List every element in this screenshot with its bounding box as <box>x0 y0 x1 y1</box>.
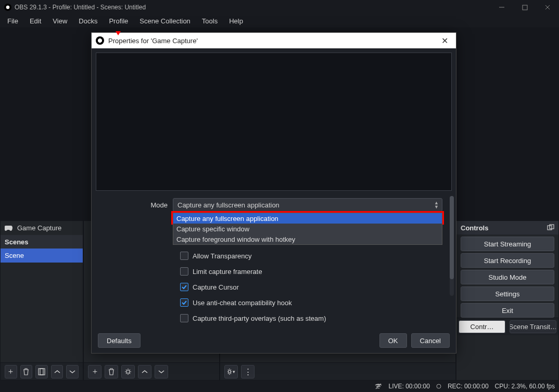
dialog-body: Mode Capture any fullscreen application … <box>92 195 456 328</box>
window-close-button[interactable] <box>536 0 559 15</box>
source-remove-button[interactable] <box>105 365 118 378</box>
mode-label: Mode <box>99 201 173 209</box>
mixer-toolbar: ▾ ⋮ <box>220 362 455 380</box>
source-item-label: Game Capture <box>17 224 61 232</box>
capture-cursor-row[interactable]: Capture Cursor <box>99 279 442 295</box>
controls-panel: Controls Start Streaming Start Recording… <box>456 220 559 381</box>
properties-dialog: Properties for 'Game Capture' ✕ Mode Cap… <box>91 32 456 354</box>
tab-controls[interactable]: Contr… <box>459 320 505 333</box>
scene-filter-button[interactable] <box>35 365 48 378</box>
dialog-titlebar[interactable]: Properties for 'Game Capture' ✕ <box>92 33 456 48</box>
dialog-close-button[interactable]: ✕ <box>437 36 452 46</box>
tab-scene-transitions[interactable]: Scene Transit… <box>510 320 556 333</box>
scenes-panel: Game Capture Scenes Scene ＋ <box>0 220 83 381</box>
anti-cheat-label: Use anti-cheat compatibility hook <box>193 299 292 307</box>
menu-file[interactable]: File <box>2 16 23 27</box>
mixer-settings-button[interactable]: ▾ <box>224 365 238 378</box>
scene-add-button[interactable]: ＋ <box>5 365 17 378</box>
svg-point-7 <box>228 370 231 373</box>
dialog-preview <box>96 53 452 191</box>
window-titlebar: OBS 29.1.3 - Profile: Untitled - Scenes:… <box>0 0 559 15</box>
menu-tools[interactable]: Tools <box>197 16 223 27</box>
source-add-button[interactable]: ＋ <box>88 365 101 378</box>
checkbox-checked-icon <box>180 298 188 307</box>
status-rec-icon <box>436 384 441 389</box>
select-updown-icon: ▲▼ <box>434 201 439 209</box>
annotation-arrow-icon <box>116 29 121 34</box>
status-network-icon <box>375 383 382 389</box>
dialog-title: Properties for 'Game Capture' <box>108 37 198 45</box>
svg-marker-12 <box>116 31 121 35</box>
limit-framerate-label: Limit capture framerate <box>193 268 262 276</box>
window-minimize-button[interactable] <box>490 0 513 15</box>
svg-point-11 <box>437 384 441 388</box>
svg-point-6 <box>126 370 130 373</box>
main-menubar: File Edit View Docks Profile Scene Colle… <box>0 15 559 28</box>
mode-option-window[interactable]: Capture specific window <box>173 224 442 234</box>
source-move-down-button[interactable] <box>155 365 168 378</box>
menu-profile[interactable]: Profile <box>104 16 133 27</box>
checkbox-icon <box>180 267 188 276</box>
defaults-button[interactable]: Defaults <box>98 333 141 348</box>
checkbox-icon <box>180 252 188 260</box>
allow-transparency-row[interactable]: Allow Transparency <box>99 248 442 264</box>
window-maximize-button[interactable] <box>513 0 536 15</box>
mode-select-value: Capture any fullscreen application <box>177 201 280 209</box>
ok-button[interactable]: OK <box>379 333 407 348</box>
scenes-header: Scenes <box>1 235 83 249</box>
bottom-tabs: Contr… Scene Transit… <box>456 318 558 335</box>
capture-cursor-label: Capture Cursor <box>193 283 239 291</box>
checkbox-icon <box>180 314 188 322</box>
allow-transparency-label: Allow Transparency <box>193 252 251 260</box>
svg-rect-5 <box>40 369 43 375</box>
start-streaming-button[interactable]: Start Streaming <box>461 237 554 251</box>
status-cpu: CPU: 2.3%, 60.00 fps <box>495 383 555 390</box>
source-properties-button[interactable] <box>121 365 135 378</box>
scene-item[interactable]: Scene <box>1 249 83 263</box>
controls-popout-icon[interactable] <box>547 224 554 232</box>
mode-option-hotkey[interactable]: Capture foreground window with hotkey <box>173 234 442 244</box>
scenes-toolbar: ＋ <box>1 362 83 380</box>
mode-row: Mode Capture any fullscreen application … <box>99 197 442 213</box>
status-rec: REC: 00:00:00 <box>448 383 489 390</box>
svg-rect-4 <box>39 369 45 375</box>
settings-button[interactable]: Settings <box>461 286 554 301</box>
start-recording-button[interactable]: Start Recording <box>461 253 554 268</box>
dialog-footer: Defaults OK Cancel <box>92 328 456 353</box>
source-item-game-capture[interactable]: Game Capture <box>1 221 83 235</box>
svg-rect-1 <box>523 5 527 10</box>
obs-logo-icon <box>4 4 11 11</box>
controls-header: Controls <box>456 221 558 234</box>
limit-framerate-row[interactable]: Limit capture framerate <box>99 264 442 279</box>
anti-cheat-row[interactable]: Use anti-cheat compatibility hook <box>99 295 442 310</box>
scene-move-up-button[interactable] <box>51 365 63 378</box>
menu-view[interactable]: View <box>47 16 72 27</box>
dialog-scrollbar[interactable] <box>450 196 454 296</box>
sources-toolbar: ＋ <box>84 362 219 380</box>
menu-edit[interactable]: Edit <box>24 16 46 27</box>
mode-option-fullscreen[interactable]: Capture any fullscreen application <box>173 213 442 224</box>
studio-mode-button[interactable]: Studio Mode <box>461 270 554 284</box>
status-bar: LIVE: 00:00:00 REC: 00:00:00 CPU: 2.3%, … <box>0 381 559 392</box>
third-party-overlays-row[interactable]: Capture third-party overlays (such as st… <box>99 310 442 326</box>
menu-help[interactable]: Help <box>224 16 248 27</box>
scrollbar-thumb[interactable] <box>450 196 454 279</box>
menu-docks[interactable]: Docks <box>73 16 103 27</box>
source-move-up-button[interactable] <box>138 365 151 378</box>
scene-move-down-button[interactable] <box>66 365 79 378</box>
mixer-menu-button[interactable]: ⋮ <box>241 365 255 378</box>
window-title: OBS 29.1.3 - Profile: Untitled - Scenes:… <box>15 4 146 11</box>
scenes-list: Scene <box>1 249 83 362</box>
menu-scene-collection[interactable]: Scene Collection <box>134 16 196 27</box>
scene-remove-button[interactable] <box>20 365 33 378</box>
exit-button[interactable]: Exit <box>461 303 554 318</box>
status-live: LIVE: 00:00:00 <box>388 383 429 390</box>
checkbox-checked-icon <box>180 283 188 291</box>
mode-dropdown: Capture any fullscreen application Captu… <box>173 213 442 245</box>
third-party-overlays-label: Capture third-party overlays (such as st… <box>193 315 326 322</box>
obs-logo-icon <box>96 36 104 45</box>
mode-select[interactable]: Capture any fullscreen application ▲▼ <box>173 198 442 212</box>
cancel-button[interactable]: Cancel <box>411 333 450 348</box>
